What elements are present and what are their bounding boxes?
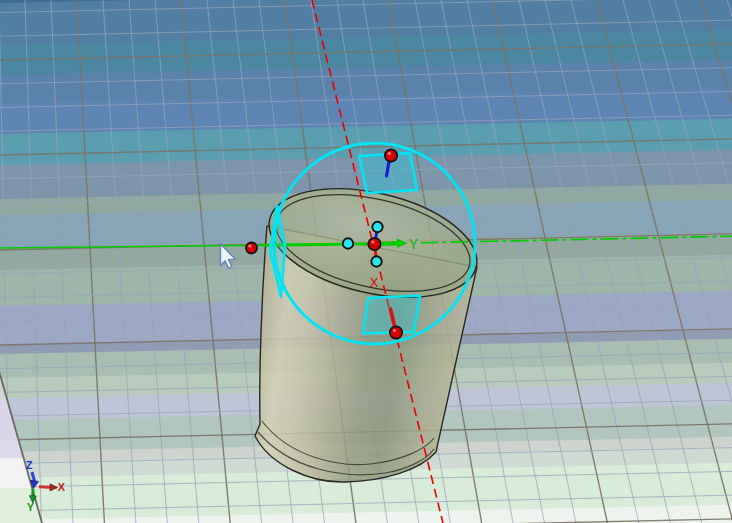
sketch-x-axis-label: X: [370, 275, 379, 290]
datum-point[interactable]: [385, 149, 397, 161]
datum-point-highlight: [393, 329, 396, 332]
cad-viewport[interactable]: X Y Z X Y: [0, 0, 732, 523]
datum-point-highlight: [388, 152, 391, 155]
triad-z-label: Z: [26, 459, 33, 471]
datum-point-highlight: [371, 240, 374, 243]
sketch-point[interactable]: [371, 256, 381, 266]
sketch-point[interactable]: [372, 222, 382, 232]
sketch-point[interactable]: [343, 238, 353, 248]
datum-point[interactable]: [368, 238, 380, 250]
datum-point[interactable]: [246, 242, 257, 253]
triad-y-label: Y: [27, 501, 35, 513]
datum-point[interactable]: [390, 326, 402, 338]
sketch-y-axis-label: Y: [409, 236, 419, 252]
datum-point-highlight: [248, 244, 251, 247]
triad-x-label: X: [58, 481, 66, 493]
